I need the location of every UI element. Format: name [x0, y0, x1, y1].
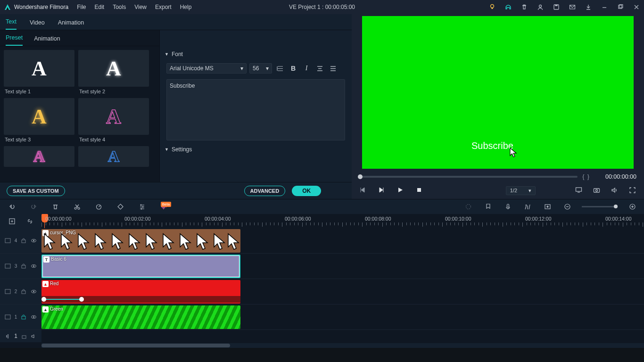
maximize-icon[interactable]: [617, 3, 624, 11]
preset-style-3[interactable]: A Text style 3: [4, 98, 74, 144]
stop-icon[interactable]: [416, 187, 423, 194]
user-icon[interactable]: [537, 3, 544, 11]
preset-style-4[interactable]: A Text style 4: [78, 98, 149, 144]
lock-icon[interactable]: [21, 314, 27, 320]
mute-icon[interactable]: [31, 333, 37, 339]
line-spacing-icon[interactable]: [275, 63, 285, 74]
render-icon[interactable]: [463, 202, 473, 212]
menu-help[interactable]: Help: [180, 4, 192, 10]
scrubber-thumb[interactable]: [358, 174, 363, 179]
lightbulb-icon[interactable]: [488, 3, 496, 11]
track-manager-icon[interactable]: [7, 216, 17, 226]
text-editor-buttonbar: SAVE AS CUSTOM ADVANCED OK: [0, 182, 352, 199]
font-section-header[interactable]: ▼ Font: [160, 48, 352, 60]
video-track-icon: [5, 314, 11, 320]
timeline-ruler-row: 00:00:00:00 00:00:02:00 00:00:04:00 00:0…: [0, 214, 644, 228]
crop-icon[interactable]: [115, 202, 125, 212]
zoom-thumb[interactable]: [614, 205, 618, 208]
visibility-icon[interactable]: [31, 263, 37, 269]
ruler-label: 00:00:04:00: [205, 216, 231, 222]
clip-basic-6[interactable]: T Basic 6: [41, 255, 240, 278]
visibility-icon[interactable]: [31, 314, 37, 320]
audio-stretch-icon[interactable]: Beta: [158, 202, 169, 212]
preview-quality-select[interactable]: 1/2 ▾: [506, 186, 536, 195]
undo-icon[interactable]: [7, 202, 17, 212]
save-icon[interactable]: [553, 3, 560, 11]
marker-icon[interactable]: [483, 202, 493, 212]
clip-cursor-png[interactable]: ▲ cursor_PNG: [41, 229, 240, 253]
split-icon[interactable]: [72, 202, 82, 212]
font-family-select[interactable]: Arial Unicode MS ▾: [166, 63, 247, 74]
fullscreen-icon[interactable]: [629, 187, 636, 194]
menu-export[interactable]: Export: [155, 4, 172, 10]
align-justify-icon[interactable]: [328, 63, 338, 74]
adjust-icon[interactable]: [137, 202, 147, 212]
mail-icon[interactable]: [569, 3, 576, 11]
menu-view[interactable]: View: [134, 4, 147, 10]
video-track-2: 2 ▲ Red: [0, 279, 644, 304]
trash-icon[interactable]: [520, 3, 528, 11]
preview-canvas[interactable]: Subscribe: [362, 16, 634, 169]
timeline-hscrollbar[interactable]: [41, 343, 644, 348]
hscrollbar-thumb[interactable]: [41, 344, 230, 347]
preview-text-overlay: Subscribe: [471, 140, 513, 151]
delete-icon[interactable]: [50, 202, 60, 212]
visibility-icon[interactable]: [31, 288, 37, 295]
menu-file[interactable]: File: [77, 4, 86, 10]
save-as-custom-button[interactable]: SAVE AS CUSTOM: [7, 186, 65, 196]
tab-animation[interactable]: Animation: [58, 19, 84, 30]
track-number: 1: [15, 314, 17, 320]
minimize-icon[interactable]: [601, 3, 608, 11]
menu-edit[interactable]: Edit: [95, 4, 105, 10]
display-icon[interactable]: [575, 187, 583, 194]
close-icon[interactable]: [633, 3, 640, 11]
track-header: 3: [0, 254, 41, 279]
font-size-select[interactable]: 56 ▾: [249, 63, 272, 74]
volume-icon[interactable]: [611, 187, 619, 194]
preview-scrubber[interactable]: [359, 176, 578, 178]
timeline-ruler[interactable]: 00:00:00:00 00:00:02:00 00:00:04:00 00:0…: [41, 214, 644, 228]
in-out-brackets[interactable]: {}: [582, 173, 589, 180]
lock-icon[interactable]: [21, 238, 27, 244]
zoom-slider[interactable]: [582, 206, 618, 207]
preset-style-1[interactable]: A Text style 1: [4, 50, 74, 96]
redo-icon[interactable]: [28, 202, 39, 212]
menu-items: File Edit Tools View Export Help: [77, 4, 191, 10]
step-back-icon[interactable]: [359, 187, 367, 194]
italic-button[interactable]: I: [301, 63, 312, 74]
lock-icon[interactable]: [21, 288, 27, 295]
play-icon[interactable]: [397, 187, 405, 194]
preset-style-5[interactable]: A: [4, 146, 74, 167]
voiceover-icon[interactable]: [503, 202, 513, 212]
tab-video[interactable]: Video: [30, 19, 45, 30]
align-center-icon[interactable]: [314, 63, 325, 74]
step-forward-icon[interactable]: [378, 187, 386, 194]
zoom-in-icon[interactable]: [627, 202, 637, 212]
settings-section-header[interactable]: ▼ Settings: [160, 143, 352, 156]
preset-style-2[interactable]: A Text style 2: [78, 50, 149, 96]
snapshot-icon[interactable]: [593, 187, 601, 194]
speed-icon[interactable]: [93, 202, 104, 212]
bold-button[interactable]: B: [288, 63, 298, 74]
link-icon[interactable]: [25, 216, 35, 226]
download-icon[interactable]: [585, 3, 592, 11]
menu-tools[interactable]: Tools: [113, 4, 126, 10]
lock-icon[interactable]: [21, 263, 27, 269]
clip-green[interactable]: ▲ Green: [41, 305, 240, 329]
preset-style-6[interactable]: A: [78, 146, 149, 167]
ok-button[interactable]: OK: [292, 186, 321, 196]
visibility-icon[interactable]: [31, 238, 37, 244]
lock-icon[interactable]: [21, 333, 27, 339]
clip-red[interactable]: ▲ Red: [41, 280, 240, 304]
mixer-icon[interactable]: [522, 202, 533, 212]
tab-preset[interactable]: Preset: [6, 34, 23, 46]
text-content-input[interactable]: Subscribe: [166, 79, 345, 140]
advanced-button[interactable]: ADVANCED: [244, 186, 286, 196]
tab-text[interactable]: Text: [6, 18, 17, 30]
tab-animation2[interactable]: Animation: [34, 35, 60, 46]
zoom-out-icon[interactable]: [562, 202, 572, 212]
font-family-value: Arial Unicode MS: [170, 65, 214, 72]
keyframe-icon[interactable]: [542, 202, 553, 212]
svg-rect-25: [22, 265, 25, 268]
headphones-icon[interactable]: [504, 3, 512, 11]
